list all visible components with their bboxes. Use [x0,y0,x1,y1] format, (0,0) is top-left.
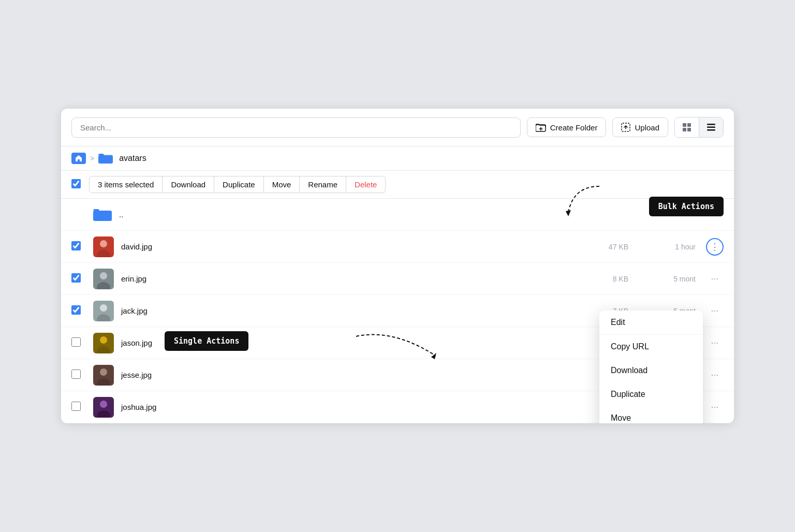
file-name: david.jpg [121,242,587,251]
file-checkbox[interactable] [71,241,81,250]
breadcrumb-separator: > [90,154,94,162]
bulk-duplicate-button[interactable]: Duplicate [214,176,264,193]
ctx-move[interactable]: Move [599,406,703,423]
bulk-download-button[interactable]: Download [163,176,214,193]
parent-folder-name: .. [119,210,724,219]
bulk-delete-button[interactable]: Delete [346,176,386,193]
ctx-download[interactable]: Download [599,359,703,382]
svg-point-13 [100,240,107,247]
svg-rect-5 [687,128,691,131]
grid-icon [682,122,692,132]
list-icon [706,122,716,132]
svg-point-25 [100,368,107,376]
checkbox-cell[interactable] [71,402,87,413]
file-checkbox[interactable] [71,305,81,315]
file-checkbox[interactable] [71,337,81,347]
file-name: jesse.jpg [121,371,587,379]
folder-icon [98,153,113,164]
file-actions-button[interactable]: ⋮ [706,238,724,256]
list-view-button[interactable] [699,117,723,137]
select-all-checkbox[interactable] [71,179,81,188]
ctx-duplicate[interactable]: Duplicate [599,382,703,406]
file-thumbnail [93,333,114,353]
file-actions-button[interactable]: ··· [706,398,724,416]
list-item: jack.jpg 7 KB 5 mont ··· Edit Copy URL D… [61,295,734,327]
upload-button[interactable]: Upload [612,117,668,137]
view-toggle [674,117,724,138]
checkbox-cell[interactable] [71,241,87,253]
svg-rect-4 [683,128,686,131]
file-actions-button[interactable]: ··· [706,270,724,288]
checkbox-cell[interactable] [71,370,87,381]
svg-point-28 [100,401,107,408]
parent-folder-icon [93,208,112,222]
grid-view-button[interactable] [675,117,699,137]
svg-rect-10 [98,155,113,155]
file-name: jack.jpg [121,306,587,315]
upload-icon [621,123,630,132]
file-time: 5 mont [644,275,696,283]
svg-rect-8 [707,129,715,131]
file-thumbnail [93,237,114,257]
current-folder-name: avatars [119,154,146,163]
svg-point-16 [100,272,107,279]
file-size: 8 KB [587,275,628,283]
file-manager: Create Folder Upload [61,109,734,423]
file-size: 47 KB [587,243,628,251]
list-item: erin.jpg 8 KB 5 mont ··· [61,263,734,295]
svg-rect-3 [687,123,691,127]
file-name: joshua.jpg [121,403,587,411]
file-time: 1 hour [644,243,696,251]
svg-rect-11 [93,211,112,221]
create-folder-icon [536,123,546,132]
checkbox-cell[interactable] [71,273,87,285]
svg-rect-9 [98,155,113,164]
file-thumbnail [93,397,114,418]
file-actions-button[interactable]: ··· [706,334,724,352]
file-checkbox[interactable] [71,273,81,283]
home-icon[interactable] [71,153,86,164]
file-name: jason.jpg [121,338,587,347]
file-name: erin.jpg [121,274,587,283]
list-item: david.jpg 47 KB 1 hour ⋮ [61,231,734,263]
file-thumbnail [93,365,114,386]
list-item: .. [61,199,734,231]
svg-rect-6 [707,124,715,125]
bulk-rename-button[interactable]: Rename [300,176,346,193]
bulk-action-bar: 3 items selected Download Duplicate Move… [61,171,734,199]
toolbar: Create Folder Upload [61,109,734,146]
checkbox-cell[interactable] [71,305,87,317]
ctx-edit[interactable]: Edit [599,311,703,334]
breadcrumb: > avatars [61,146,734,171]
file-thumbnail [93,269,114,289]
file-actions-button[interactable]: ··· [706,302,724,320]
context-menu: Edit Copy URL Download Duplicate Move Re… [599,311,703,423]
file-thumbnail [93,301,114,321]
file-actions-button[interactable]: ··· [706,366,724,384]
items-selected-label: 3 items selected [89,176,163,193]
create-folder-button[interactable]: Create Folder [527,117,607,137]
svg-rect-7 [707,127,715,128]
ctx-copy-url[interactable]: Copy URL [599,335,703,359]
file-checkbox[interactable] [71,370,81,379]
file-checkbox[interactable] [71,402,81,411]
svg-point-19 [100,304,107,312]
bulk-move-button[interactable]: Move [264,176,300,193]
svg-point-22 [100,336,107,344]
select-all-checkbox-wrap[interactable] [71,179,81,190]
svg-rect-2 [683,123,686,127]
file-list: .. david.jpg 47 KB 1 hour ⋮ erin.jpg 8 K [61,199,734,423]
search-input[interactable] [71,117,521,138]
checkbox-cell[interactable] [71,337,87,349]
